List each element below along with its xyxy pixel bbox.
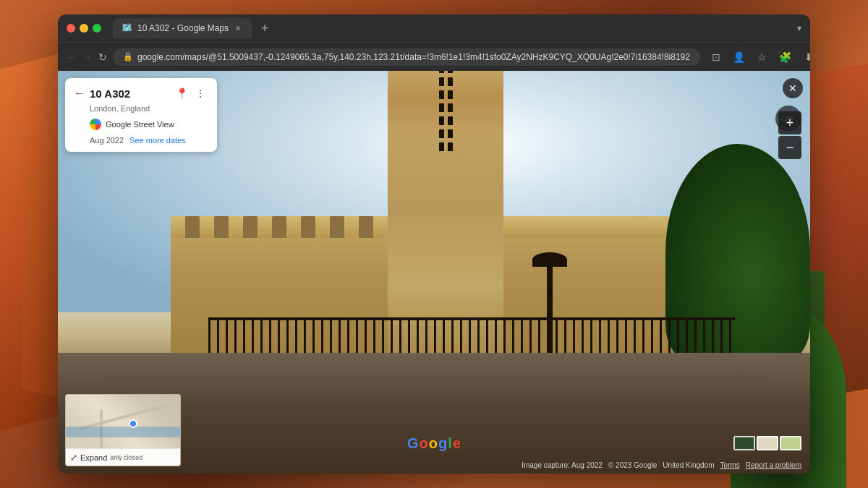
cast-button[interactable]: ⊡ [706,47,726,67]
info-source: Google Street View [74,119,208,130]
active-tab[interactable]: 🗺️ 10 A302 - Google Maps ✕ [113,18,252,38]
copyright-text: © 2023 Google [608,461,657,469]
expand-icon: ⤢ [70,453,77,463]
satellite-view-button[interactable] [733,436,755,450]
lock-icon: 🔒 [123,52,133,61]
map-type-controls [733,436,801,450]
zoom-out-button[interactable]: − [778,136,801,159]
info-pin-button[interactable]: 📍 [174,85,190,101]
report-link[interactable]: Report a problem [746,461,801,469]
back-button[interactable]: ← [67,47,77,67]
info-subtitle: London, England [74,104,208,113]
image-capture-text: Image capture: Aug 2022 [522,461,603,469]
fullscreen-traffic-light[interactable] [93,24,101,33]
info-title: 10 A302 [90,87,169,100]
see-more-dates-link[interactable]: See more dates [129,136,186,145]
address-actions: ⊡ 👤 ☆ 🧩 ⬇ ⋮ [706,47,810,67]
street-view-scene: Google Image capture: Aug 2022 © 2023 Go… [58,71,810,474]
url-text: google.com/maps/@51.5009437,-0.1249065,3… [137,52,690,62]
street-view-content: Google Image capture: Aug 2022 © 2023 Go… [58,71,810,474]
google-icon [90,119,101,130]
tab-title: 10 A302 - Google Maps [137,23,229,33]
info-menu-button[interactable]: ⋮ [192,85,208,101]
bookmark-button[interactable]: ☆ [752,47,773,67]
zoom-controls: + − [778,111,801,159]
bottom-info: Image capture: Aug 2022 © 2023 Google Un… [522,461,801,469]
info-date: Aug 2022 See more dates [74,136,208,145]
info-header: ← 10 A302 📍 ⋮ [74,85,208,101]
traffic-lights [67,24,101,33]
terrain-view-button[interactable] [780,436,801,450]
browser-window: 🗺️ 10 A302 - Google Maps ✕ + ▾ ← → ↻ 🔒 g… [58,14,810,474]
zoom-in-button[interactable]: + [778,111,801,134]
terms-link[interactable]: Terms [720,461,740,469]
tab-chevron-icon[interactable]: ▾ [797,23,801,33]
title-bar: 🗺️ 10 A302 - Google Maps ✕ + ▾ [58,14,810,42]
desktop: 🗺️ 10 A302 - Google Maps ✕ + ▾ ← → ↻ 🔒 g… [0,0,868,488]
location-text: United Kingdom [663,461,714,469]
close-traffic-light[interactable] [67,24,75,33]
reload-button[interactable]: ↻ [98,47,107,67]
lamp-head [532,252,567,267]
info-back-button[interactable]: ← [74,87,85,100]
info-action-buttons: 📍 ⋮ [174,85,208,101]
expand-label: Expand [80,453,107,462]
tab-favicon: 🗺️ [122,22,133,34]
profile-button[interactable]: 👤 [729,47,749,67]
tab-bar: 🗺️ 10 A302 - Google Maps ✕ + ▾ [113,18,801,38]
info-source-text: Google Street View [106,120,174,129]
extension-button[interactable]: 🧩 [775,47,796,67]
address-bar: ← → ↻ 🔒 google.com/maps/@51.5009437,-0.1… [58,42,810,71]
tab-close-button[interactable]: ✕ [233,23,243,33]
minimize-traffic-light[interactable] [80,24,88,33]
info-date-text: Aug 2022 [90,136,124,145]
minimap: Big Ben ⤢ Expand arily closed [65,394,181,466]
close-button[interactable]: ✕ [783,78,803,98]
forward-button[interactable]: → [82,47,93,67]
download-button[interactable]: ⬇ [799,47,810,67]
minimap-status: arily closed [110,454,142,461]
google-logo: Google [407,435,461,452]
minimap-expand-button[interactable]: ⤢ Expand arily closed [66,448,180,466]
address-input[interactable]: 🔒 google.com/maps/@51.5009437,-0.1249065… [113,48,700,66]
map-view-button[interactable] [757,436,778,450]
new-tab-button[interactable]: + [255,18,275,38]
minimap-river [66,427,180,437]
info-panel: ← 10 A302 📍 ⋮ London, England Google Str… [65,78,217,152]
